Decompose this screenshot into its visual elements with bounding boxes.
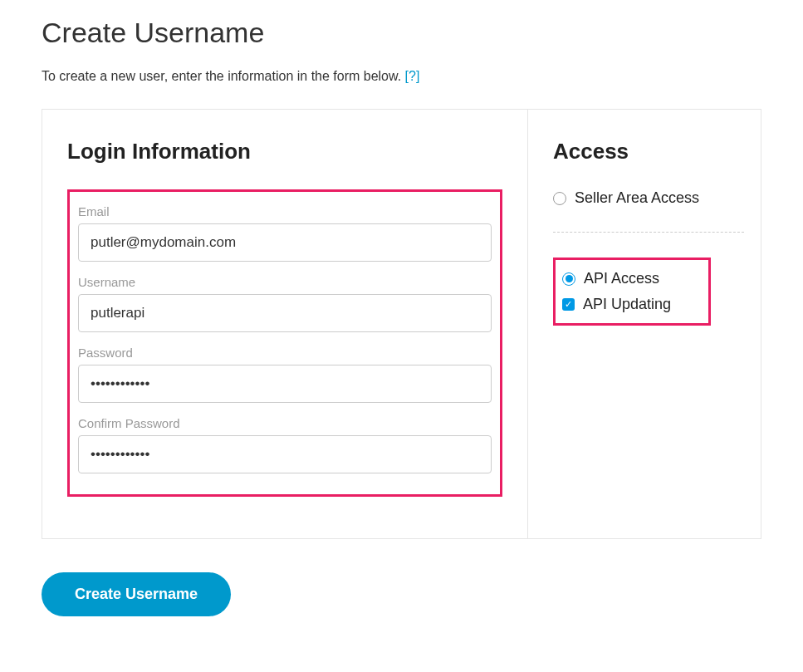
- api-access-radio-row[interactable]: API Access: [562, 270, 700, 287]
- page-title: Create Username: [42, 17, 761, 49]
- seller-access-radio-row[interactable]: Seller Area Access: [553, 189, 744, 207]
- help-link[interactable]: [?]: [405, 69, 420, 83]
- username-input[interactable]: [78, 294, 492, 332]
- confirm-field-group: Confirm Password: [78, 416, 492, 473]
- password-label: Password: [78, 346, 492, 360]
- access-section-title: Access: [553, 139, 744, 164]
- username-field-group: Username: [78, 275, 492, 332]
- create-username-button[interactable]: Create Username: [42, 572, 231, 616]
- password-field-group: Password: [78, 346, 492, 403]
- access-section: Access Seller Area Access API Access ✓ A…: [528, 110, 761, 538]
- seller-access-group: Seller Area Access: [553, 189, 744, 232]
- confirm-password-label: Confirm Password: [78, 416, 492, 430]
- email-input[interactable]: [78, 223, 492, 262]
- divider: [553, 232, 744, 233]
- form-container: Login Information Email Username Passwor…: [42, 109, 761, 539]
- login-section: Login Information Email Username Passwor…: [42, 110, 528, 538]
- email-field-group: Email: [78, 204, 492, 262]
- login-highlight-box: Email Username Password Confirm Password: [67, 189, 502, 497]
- username-label: Username: [78, 275, 492, 289]
- api-access-label: API Access: [584, 270, 659, 287]
- page-subtitle: To create a new user, enter the informat…: [42, 69, 761, 84]
- confirm-password-input[interactable]: [78, 435, 492, 473]
- password-input[interactable]: [78, 365, 492, 403]
- api-access-highlight-box: API Access ✓ API Updating: [553, 258, 711, 326]
- seller-access-label: Seller Area Access: [575, 189, 699, 207]
- login-section-title: Login Information: [67, 139, 502, 164]
- subtitle-text: To create a new user, enter the informat…: [42, 69, 405, 83]
- checkbox-icon-checked: ✓: [562, 298, 575, 311]
- api-updating-checkbox-row[interactable]: ✓ API Updating: [562, 296, 700, 313]
- radio-dot-icon: [566, 275, 573, 282]
- radio-icon-checked: [562, 272, 575, 286]
- email-label: Email: [78, 204, 492, 218]
- check-icon: ✓: [565, 300, 572, 309]
- api-updating-label: API Updating: [583, 296, 671, 313]
- radio-icon: [553, 192, 566, 205]
